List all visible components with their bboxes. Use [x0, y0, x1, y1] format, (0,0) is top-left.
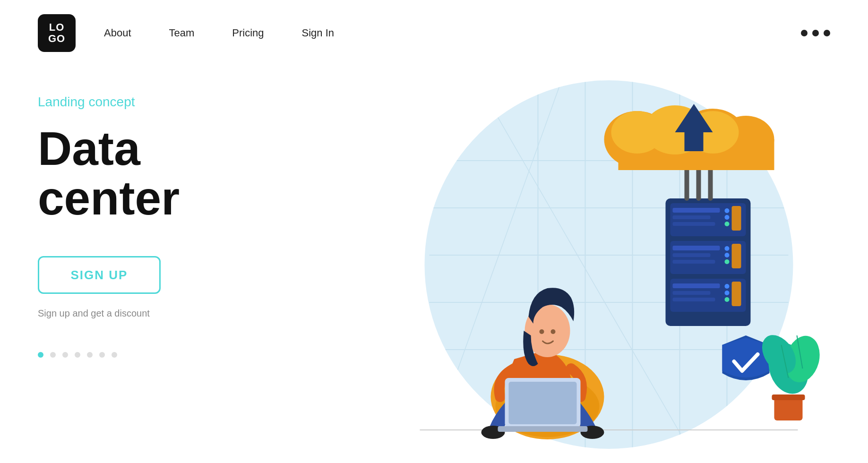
dot2	[812, 30, 819, 36]
svg-point-38	[725, 291, 730, 295]
carousel-dots	[38, 352, 284, 358]
main-content: Landing concept Data center SIGN UP Sign…	[0, 66, 868, 463]
svg-rect-68	[498, 426, 588, 432]
svg-point-31	[725, 259, 730, 264]
carousel-dot-3[interactable]	[62, 352, 68, 358]
more-options	[801, 30, 830, 36]
carousel-dot-1[interactable]	[38, 352, 43, 358]
svg-rect-19	[673, 222, 715, 226]
svg-point-70	[540, 329, 544, 334]
signup-button[interactable]: SIGN UP	[38, 256, 161, 294]
svg-point-23	[725, 222, 730, 226]
carousel-dot-7[interactable]	[112, 352, 117, 358]
dot1	[801, 30, 808, 36]
svg-rect-18	[673, 215, 711, 219]
left-panel: Landing concept Data center SIGN UP Sign…	[0, 66, 321, 463]
nav-signin[interactable]: Sign In	[302, 27, 335, 39]
nav-pricing[interactable]: Pricing	[232, 27, 264, 39]
svg-rect-67	[509, 382, 577, 424]
header: LO GO About Team Pricing Sign In	[0, 0, 868, 66]
svg-rect-35	[673, 298, 715, 301]
svg-rect-33	[673, 283, 720, 288]
svg-rect-36	[732, 282, 741, 306]
dot3	[824, 30, 830, 36]
carousel-dot-6[interactable]	[99, 352, 105, 358]
svg-rect-56	[772, 394, 805, 400]
svg-point-22	[725, 215, 730, 220]
svg-point-29	[725, 246, 730, 251]
svg-rect-28	[732, 244, 741, 268]
svg-point-71	[551, 329, 556, 334]
svg-point-39	[725, 297, 730, 302]
logo: LO GO	[38, 14, 76, 52]
carousel-dot-4[interactable]	[75, 352, 80, 358]
svg-rect-17	[673, 208, 720, 213]
nav-about[interactable]: About	[104, 27, 131, 39]
svg-rect-26	[673, 253, 711, 257]
svg-point-37	[725, 284, 730, 289]
nav: About Team Pricing Sign In	[104, 27, 334, 39]
hero-illustration	[321, 66, 868, 463]
carousel-dot-2[interactable]	[50, 352, 56, 358]
right-panel	[321, 66, 868, 463]
signup-hint: Sign up and get a discount	[38, 308, 284, 319]
svg-point-21	[725, 208, 730, 213]
svg-rect-20	[732, 206, 741, 231]
carousel-dot-5[interactable]	[87, 352, 93, 358]
svg-point-30	[725, 253, 730, 257]
svg-rect-25	[673, 246, 720, 250]
svg-rect-34	[673, 291, 711, 295]
nav-team[interactable]: Team	[169, 27, 195, 39]
svg-rect-55	[774, 397, 803, 420]
svg-rect-27	[673, 260, 715, 264]
hero-subtitle: Landing concept	[38, 94, 284, 110]
hero-title: Data center	[38, 124, 284, 223]
